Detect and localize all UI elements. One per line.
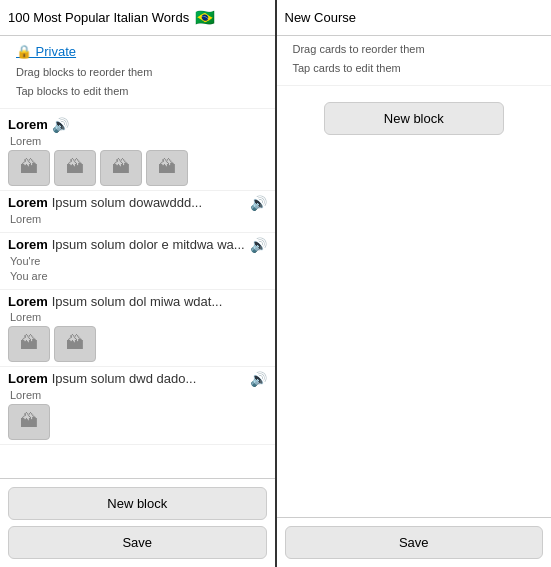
image-thumb[interactable]: 🏔 bbox=[8, 404, 50, 440]
block-label: Lorem bbox=[8, 237, 48, 252]
block-label: Lorem bbox=[8, 294, 48, 309]
flag-icon: 🇧🇷 bbox=[195, 8, 215, 27]
right-save-button[interactable]: Save bbox=[285, 526, 544, 559]
instruction-drag: Drag blocks to reorder them bbox=[8, 63, 267, 82]
left-panel-title: 100 Most Popular Italian Words bbox=[8, 10, 189, 25]
image-row: 🏔 bbox=[8, 404, 267, 440]
left-panel: 100 Most Popular Italian Words 🇧🇷 🔒 Priv… bbox=[0, 0, 277, 567]
audio-icon[interactable]: 🔊 bbox=[250, 371, 267, 387]
block-header: Lorem Ipsum solum dwd dado... 🔊 bbox=[8, 371, 267, 387]
new-block-button[interactable]: New block bbox=[8, 487, 267, 520]
block-header: Lorem Ipsum solum dowawddd... 🔊 bbox=[8, 195, 267, 211]
block-item[interactable]: Lorem Ipsum solum dowawddd... 🔊 Lorem bbox=[0, 191, 275, 233]
block-subtext: Lorem bbox=[8, 213, 267, 225]
block-item[interactable]: Lorem Ipsum solum dol miwa wdat... Lorem… bbox=[0, 290, 275, 367]
right-instruction-tap: Tap cards to edit them bbox=[285, 59, 544, 78]
block-text: Ipsum solum dowawddd... bbox=[52, 195, 246, 210]
block-label: Lorem bbox=[8, 195, 48, 210]
right-panel: New Course Drag cards to reorder them Ta… bbox=[277, 0, 552, 567]
block-subtext-2: You are bbox=[8, 270, 267, 282]
right-panel-footer: Save bbox=[277, 517, 552, 567]
image-thumb[interactable]: 🏔 bbox=[146, 150, 188, 186]
block-text: Ipsum solum dol miwa wdat... bbox=[52, 294, 267, 309]
block-label: Lorem bbox=[8, 371, 48, 386]
block-text: Ipsum solum dwd dado... bbox=[52, 371, 246, 386]
block-header: Lorem Ipsum solum dolor e mitdwa wa... 🔊 bbox=[8, 237, 267, 253]
audio-icon[interactable]: 🔊 bbox=[52, 117, 69, 133]
private-link[interactable]: 🔒 Private bbox=[8, 40, 267, 63]
block-header: Lorem Ipsum solum dol miwa wdat... bbox=[8, 294, 267, 309]
image-thumb[interactable]: 🏔 bbox=[54, 326, 96, 362]
right-instruction-drag: Drag cards to reorder them bbox=[285, 40, 544, 59]
right-new-block-button[interactable]: New block bbox=[324, 102, 504, 135]
right-panel-content: New block bbox=[277, 86, 552, 517]
left-panel-footer: New block Save bbox=[0, 478, 275, 567]
block-item[interactable]: Lorem Ipsum solum dwd dado... 🔊 Lorem 🏔 bbox=[0, 367, 275, 445]
block-item[interactable]: Lorem Ipsum solum dolor e mitdwa wa... 🔊… bbox=[0, 233, 275, 290]
right-panel-title: New Course bbox=[285, 10, 357, 25]
block-header: Lorem 🔊 bbox=[8, 117, 267, 133]
image-row: 🏔 🏔 🏔 🏔 bbox=[8, 150, 267, 186]
right-panel-header: New Course bbox=[277, 0, 552, 36]
private-section: 🔒 Private Drag blocks to reorder them Ta… bbox=[0, 36, 275, 109]
instruction-tap: Tap blocks to edit them bbox=[8, 82, 267, 101]
audio-icon[interactable]: 🔊 bbox=[250, 237, 267, 253]
image-thumb[interactable]: 🏔 bbox=[100, 150, 142, 186]
save-button[interactable]: Save bbox=[8, 526, 267, 559]
block-item[interactable]: Lorem 🔊 Lorem 🏔 🏔 🏔 🏔 bbox=[0, 113, 275, 191]
image-thumb[interactable]: 🏔 bbox=[54, 150, 96, 186]
block-text: Ipsum solum dolor e mitdwa wa... bbox=[52, 237, 246, 252]
left-blocks-list: Lorem 🔊 Lorem 🏔 🏔 🏔 🏔 Lorem Ipsum solum … bbox=[0, 109, 275, 478]
block-subtext: Lorem bbox=[8, 389, 267, 401]
left-panel-header: 100 Most Popular Italian Words 🇧🇷 bbox=[0, 0, 275, 36]
image-thumb[interactable]: 🏔 bbox=[8, 326, 50, 362]
block-subtext: You're bbox=[8, 255, 267, 267]
block-label: Lorem bbox=[8, 117, 48, 132]
image-row: 🏔 🏔 bbox=[8, 326, 267, 362]
block-subtext: Lorem bbox=[8, 311, 267, 323]
audio-icon[interactable]: 🔊 bbox=[250, 195, 267, 211]
right-instruction-block: Drag cards to reorder them Tap cards to … bbox=[277, 36, 552, 86]
image-thumb[interactable]: 🏔 bbox=[8, 150, 50, 186]
block-subtext: Lorem bbox=[8, 135, 267, 147]
